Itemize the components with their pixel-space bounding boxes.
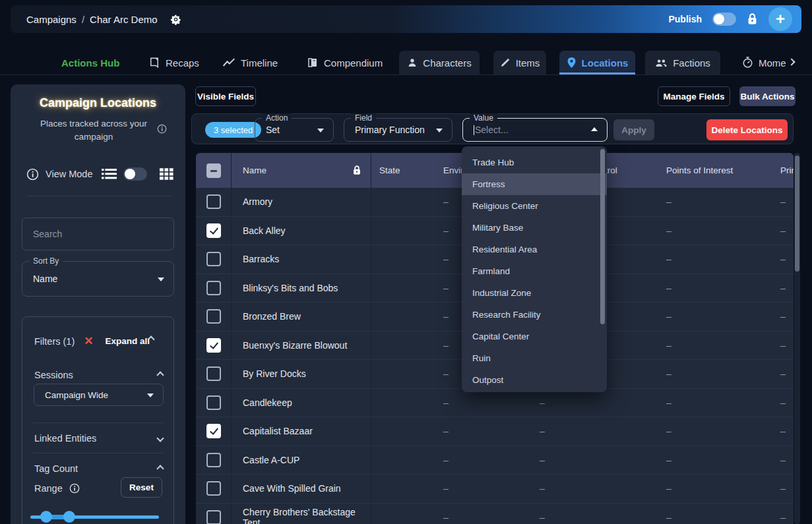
dropdown-option[interactable]: Fortress bbox=[462, 173, 607, 195]
dropdown-option[interactable]: Military Base bbox=[462, 217, 607, 239]
value-select[interactable]: Value Select... bbox=[462, 118, 608, 142]
row-checkbox[interactable] bbox=[206, 366, 221, 381]
nav-overflow-chevron[interactable] bbox=[788, 58, 795, 65]
dropdown-option[interactable]: Trade Hub bbox=[462, 152, 607, 173]
nav-compendium[interactable]: Compendium bbox=[307, 51, 383, 74]
dropdown-option[interactable]: Farmland bbox=[462, 260, 607, 282]
row-checkbox[interactable] bbox=[206, 338, 221, 353]
gear-icon[interactable] bbox=[170, 13, 182, 26]
tag-count-section-header[interactable]: Tag Count bbox=[34, 463, 163, 474]
tab-characters[interactable]: Characters bbox=[399, 51, 480, 74]
info-icon[interactable] bbox=[157, 124, 167, 134]
row-name[interactable]: Cherry Brothers' Backstage Tent bbox=[231, 504, 371, 524]
chevron-down-icon bbox=[436, 129, 443, 132]
row-checkbox[interactable] bbox=[206, 309, 221, 324]
view-mode-toggle[interactable] bbox=[123, 167, 147, 181]
table-scrollbar[interactable] bbox=[794, 153, 800, 524]
dropdown-option[interactable]: Religious Center bbox=[462, 195, 607, 217]
row-checkbox[interactable] bbox=[206, 281, 221, 295]
visible-fields-button[interactable]: Visible Fields bbox=[195, 86, 256, 106]
tab-factions[interactable]: Factions bbox=[645, 51, 720, 74]
table-row[interactable]: Capitalist Bazaar –––– bbox=[196, 417, 794, 446]
divider bbox=[26, 196, 173, 196]
table-scrollbar-thumb[interactable] bbox=[795, 156, 799, 272]
sort-select[interactable]: Sort By Name bbox=[22, 261, 174, 297]
dropdown-option[interactable]: Capital Center bbox=[462, 326, 607, 347]
row-name[interactable]: Candlekeep bbox=[231, 389, 371, 417]
table-row[interactable]: Cave With Spilled Grain –––– bbox=[196, 475, 794, 504]
tab-locations[interactable]: Locations bbox=[559, 51, 635, 74]
sessions-label: Sessions bbox=[34, 370, 73, 380]
action-select[interactable]: Action Set bbox=[255, 118, 334, 142]
dropdown-option[interactable]: Residential Area bbox=[462, 239, 607, 260]
nav-recaps[interactable]: Recaps bbox=[148, 51, 199, 74]
sessions-section-header[interactable]: Sessions bbox=[34, 370, 163, 380]
slider-handle-max[interactable] bbox=[63, 511, 75, 523]
row-name[interactable]: By River Docks bbox=[231, 360, 371, 388]
row-checkbox[interactable] bbox=[206, 223, 221, 238]
tab-items[interactable]: Items bbox=[493, 51, 546, 74]
manage-fields-button[interactable]: Manage Fields bbox=[658, 86, 730, 106]
row-checkbox[interactable] bbox=[206, 252, 221, 266]
chevron-down-icon bbox=[317, 129, 324, 132]
text-cursor bbox=[474, 125, 474, 135]
table-row[interactable]: Candlekeep –––– bbox=[196, 389, 794, 418]
grid-view-icon[interactable] bbox=[160, 168, 173, 180]
select-all-checkbox[interactable] bbox=[206, 163, 221, 178]
search-input[interactable]: Search bbox=[22, 218, 174, 250]
delete-locations-button[interactable]: Delete Locations bbox=[706, 119, 788, 140]
row-checkbox[interactable] bbox=[206, 510, 221, 524]
row-checkbox[interactable] bbox=[206, 395, 221, 410]
list-view-icon[interactable] bbox=[102, 168, 117, 180]
bulk-actions-button[interactable]: Bulk Actions bbox=[739, 86, 796, 106]
table-row[interactable]: Castle A-CUP –––– bbox=[196, 446, 794, 475]
dropdown-option[interactable]: Industrial Zone bbox=[462, 282, 607, 304]
column-header-state[interactable]: State bbox=[371, 165, 434, 175]
linked-entities-section-header[interactable]: Linked Entities bbox=[34, 433, 163, 444]
column-header-points-of-interest[interactable]: Points of Interest bbox=[657, 165, 772, 175]
add-button[interactable]: + bbox=[768, 7, 792, 31]
row-name[interactable]: Cave With Spilled Grain bbox=[231, 475, 371, 503]
nav-timeline[interactable]: Timeline bbox=[222, 51, 278, 74]
row-name[interactable]: Castle A-CUP bbox=[231, 446, 371, 475]
filters-clear-icon[interactable]: ✕ bbox=[84, 334, 93, 348]
column-lock-icon[interactable] bbox=[352, 165, 361, 176]
field-select[interactable]: Field Primary Function bbox=[344, 118, 453, 142]
dropdown-option[interactable]: Outpost bbox=[462, 369, 607, 391]
cell-poi: – bbox=[657, 455, 772, 465]
column-header-name[interactable]: Name bbox=[243, 165, 266, 175]
publish-toggle[interactable] bbox=[712, 13, 736, 26]
cell-primary: – bbox=[772, 225, 794, 236]
expand-all-button[interactable]: Expand all bbox=[105, 336, 150, 346]
plus-icon: + bbox=[776, 11, 785, 27]
lock-icon[interactable] bbox=[747, 12, 758, 26]
sessions-select[interactable]: Campaign Wide bbox=[34, 384, 164, 406]
row-name[interactable]: Back Alley bbox=[231, 217, 371, 245]
value-legend: Value bbox=[470, 113, 497, 123]
table-row[interactable]: Cherry Brothers' Backstage Tent –––– bbox=[196, 504, 794, 524]
row-name[interactable]: Blinksy's Bits and Bobs bbox=[231, 274, 371, 303]
info-icon[interactable] bbox=[26, 168, 39, 181]
slider-handle-min[interactable] bbox=[40, 511, 52, 523]
row-name[interactable]: Capitalist Bazaar bbox=[231, 417, 371, 446]
row-name[interactable]: Barracks bbox=[231, 245, 371, 274]
row-checkbox[interactable] bbox=[206, 481, 221, 496]
row-name[interactable]: Armory bbox=[231, 188, 371, 216]
breadcrumb-campaign-name[interactable]: Char Arc Demo bbox=[90, 14, 158, 25]
row-checkbox[interactable] bbox=[206, 453, 221, 467]
row-name[interactable]: Bronzed Brew bbox=[231, 303, 371, 331]
breadcrumb-campaigns-link[interactable]: Campaigns bbox=[26, 14, 77, 25]
row-name[interactable]: Buenxy's Bizarre Blowout bbox=[231, 332, 371, 360]
reset-button[interactable]: Reset bbox=[121, 477, 162, 498]
column-header-primary[interactable]: Prim bbox=[772, 165, 794, 175]
dropdown-option[interactable]: Ruin bbox=[462, 347, 607, 369]
row-checkbox[interactable] bbox=[206, 424, 221, 438]
apply-button[interactable]: Apply bbox=[613, 119, 654, 140]
nav-actions-hub[interactable]: Actions Hub bbox=[61, 51, 119, 74]
tab-moments-partial[interactable]: Mome bbox=[742, 51, 786, 74]
dropdown-option[interactable]: Research Facility bbox=[462, 304, 607, 326]
range-slider[interactable] bbox=[30, 511, 159, 523]
info-icon[interactable] bbox=[69, 483, 80, 494]
row-checkbox[interactable] bbox=[206, 194, 221, 209]
dropdown-scrollbar-thumb[interactable] bbox=[600, 149, 605, 324]
